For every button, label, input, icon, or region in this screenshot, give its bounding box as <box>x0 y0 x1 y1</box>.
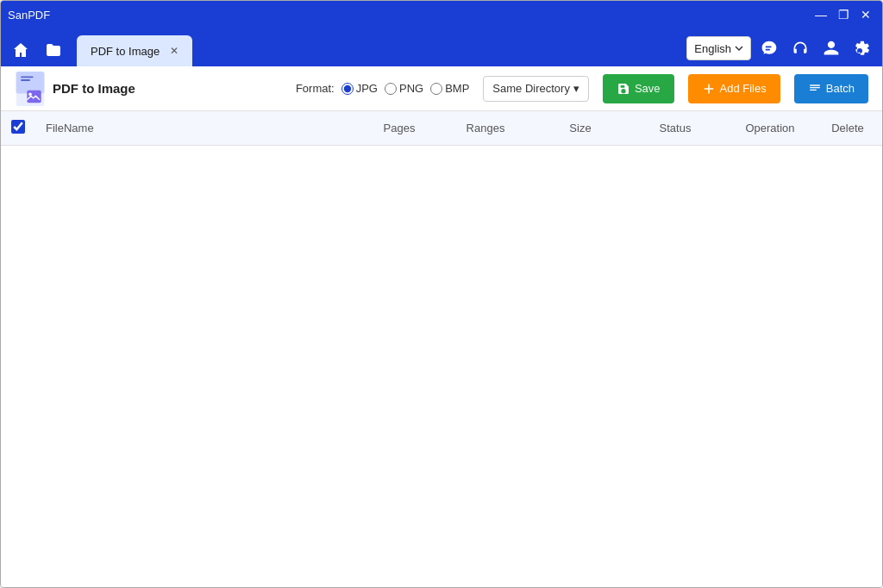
chat-button[interactable] <box>756 35 782 61</box>
format-png-label: PNG <box>399 82 423 95</box>
table-col-status: Status <box>623 111 727 146</box>
format-bmp-option[interactable]: BMP <box>430 82 469 95</box>
active-tab[interactable]: PDF to Image ✕ <box>77 35 192 66</box>
app-window: SanPDF — ❐ ✕ PDF to Image ✕ <box>0 0 883 588</box>
format-png-option[interactable]: PNG <box>385 82 423 95</box>
settings-button[interactable] <box>849 35 875 61</box>
pdf-image-icon <box>15 72 46 106</box>
table-col-size: Size <box>537 111 623 146</box>
format-area: Format: JPG PNG BMP <box>296 82 469 95</box>
svg-rect-2 <box>21 76 34 78</box>
title-bar-controls: — ❐ ✕ <box>811 5 875 24</box>
batch-icon <box>808 82 822 96</box>
folder-button[interactable] <box>41 37 66 63</box>
toolbar-title: PDF to Image <box>53 81 135 96</box>
add-files-button-label: Add Files <box>720 82 767 95</box>
language-selector[interactable]: English <box>686 36 751 60</box>
format-jpg-radio[interactable] <box>341 83 354 95</box>
title-bar-left: SanPDF <box>8 9 50 22</box>
restore-button[interactable]: ❐ <box>834 5 853 24</box>
table-col-ranges: Ranges <box>434 111 537 146</box>
save-icon <box>617 82 630 96</box>
directory-label: Same Directory <box>492 82 570 95</box>
add-files-button[interactable]: Add Files <box>688 74 780 103</box>
table-header: FileName Pages Ranges Size Status <box>1 111 882 146</box>
close-button[interactable]: ✕ <box>856 5 875 24</box>
format-radio-group: JPG PNG BMP <box>341 82 470 95</box>
format-png-radio[interactable] <box>385 83 397 95</box>
format-bmp-label: BMP <box>445 82 469 95</box>
home-button[interactable] <box>8 37 34 63</box>
format-jpg-option[interactable]: JPG <box>341 82 378 95</box>
table-col-filename: FileName <box>35 111 365 146</box>
save-button[interactable]: Save <box>603 74 674 103</box>
table-header-row: FileName Pages Ranges Size Status <box>1 111 882 146</box>
format-jpg-label: JPG <box>356 82 378 95</box>
headphone-button[interactable] <box>787 35 813 61</box>
dropdown-arrow-icon: ▾ <box>573 82 579 95</box>
add-icon <box>702 82 716 96</box>
batch-button[interactable]: Batch <box>794 74 868 103</box>
batch-button-label: Batch <box>826 82 855 95</box>
file-table: FileName Pages Ranges Size Status <box>1 111 882 146</box>
table-col-pages: Pages <box>365 111 434 146</box>
tabs-area: PDF to Image ✕ <box>77 35 679 66</box>
toolbar: PDF to Image Format: JPG PNG BMP <box>1 66 882 111</box>
tab-label: PDF to Image <box>91 45 160 58</box>
navbar: PDF to Image ✕ English <box>1 28 882 66</box>
language-label: English <box>694 42 731 55</box>
select-all-checkbox[interactable] <box>11 120 25 134</box>
table-header-checkbox <box>1 111 35 146</box>
toolbar-logo: PDF to Image <box>15 72 135 106</box>
user-button[interactable] <box>818 35 844 61</box>
navbar-left-icons <box>8 37 66 66</box>
svg-rect-1 <box>16 72 45 93</box>
minimize-button[interactable]: — <box>811 5 830 24</box>
navbar-right: English <box>686 35 875 66</box>
table-col-delete: Delete <box>813 111 882 146</box>
format-label: Format: <box>296 82 335 95</box>
tab-close-button[interactable]: ✕ <box>170 45 178 57</box>
svg-rect-3 <box>21 79 30 81</box>
title-bar: SanPDF — ❐ ✕ <box>1 1 882 28</box>
table-col-operation: Operation <box>727 111 813 146</box>
app-title: SanPDF <box>8 9 50 22</box>
save-button-label: Save <box>635 82 661 95</box>
directory-dropdown[interactable]: Same Directory ▾ <box>483 76 589 102</box>
format-bmp-radio[interactable] <box>430 83 442 95</box>
file-table-container: FileName Pages Ranges Size Status <box>1 111 882 587</box>
